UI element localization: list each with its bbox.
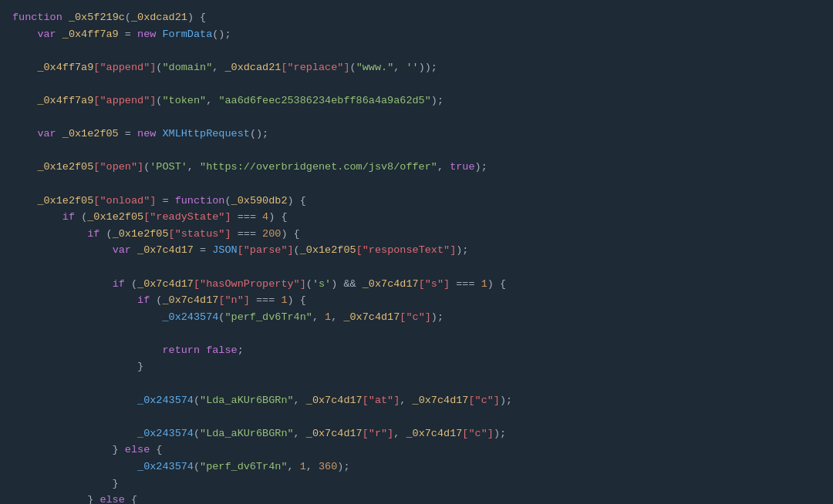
code-block: function _0x5f219c(_0xdcad21) { var _0x4… (0, 6, 833, 504)
code-token: _0x1e2f05 (87, 209, 143, 226)
code-token: === (231, 209, 263, 226)
code-token: 1 (325, 309, 331, 326)
code-token: _0x1e2f05 (300, 242, 356, 259)
code-token: , (187, 159, 200, 176)
code-token: ["append"] (93, 59, 156, 76)
code-token: ); (431, 309, 443, 326)
code-token (12, 392, 137, 409)
code-token: ( (106, 226, 113, 243)
code-token: , (206, 92, 218, 109)
code-token: ); (500, 392, 512, 409)
code-token: _0x1e2f05 (37, 159, 93, 176)
code-line (0, 109, 833, 126)
code-token: JSON (212, 242, 237, 259)
code-line: if (_0x1e2f05["readyState"] === 4) { (0, 209, 833, 226)
code-token: else (125, 442, 157, 459)
code-token: ) && (331, 276, 363, 293)
code-line (0, 42, 833, 59)
code-token: '' (406, 59, 418, 76)
code-token: _0x4ff7a9 (37, 92, 93, 109)
code-line (0, 259, 833, 276)
code-token: "aa6d6feec25386234ebff86a4a9a62d5" (218, 92, 430, 109)
code-token: else (99, 492, 131, 504)
code-token (12, 242, 113, 259)
code-line: _0x243574("Lda_aKUr6BGRn", _0x7c4d17["at… (0, 392, 833, 409)
code-token: return (162, 342, 206, 359)
code-token: _0x7c4d17 (162, 292, 218, 309)
code-token: , (393, 59, 406, 76)
code-line: function _0x5f219c(_0xdcad21) { (0, 9, 833, 26)
code-token: ( (306, 276, 312, 293)
code-token: _0x7c4d17 (306, 425, 363, 442)
code-token: === (450, 276, 481, 293)
code-token: ) { (187, 9, 206, 26)
code-token: ( (156, 59, 162, 76)
code-token (12, 92, 37, 109)
code-token: 'POST' (150, 159, 187, 176)
code-token: var (37, 26, 62, 43)
code-token (12, 342, 162, 359)
code-token: _0x7c4d17 (413, 392, 469, 409)
code-token: , (437, 159, 450, 176)
code-token: ) { (268, 209, 287, 226)
code-token: ( (156, 92, 162, 109)
code-line (0, 408, 833, 425)
code-token: (); (212, 26, 231, 43)
code-token: ["c"] (468, 392, 500, 409)
code-token: "token" (162, 92, 206, 109)
code-line: _0x243574("perf_dv6Tr4n", 1, _0x7c4d17["… (0, 309, 833, 326)
code-token: ["r"] (363, 425, 394, 442)
code-line: _0x4ff7a9["append"]("domain", _0xdcad21[… (0, 59, 833, 76)
code-token: ["readyState"] (143, 209, 231, 226)
code-line (0, 176, 833, 193)
code-line: _0x243574("perf_dv6Tr4n", 1, 360); (0, 459, 833, 475)
code-token: _0x590db2 (231, 193, 288, 210)
code-token: function (12, 9, 69, 26)
code-token: } (12, 475, 119, 492)
code-line: if (_0x7c4d17["n"] === 1) { (0, 292, 833, 309)
code-token: ["responseText"] (356, 242, 457, 259)
code-token: ); (337, 459, 349, 475)
code-line: _0x1e2f05["open"]('POST', "https://overb… (0, 159, 833, 176)
code-token (12, 159, 37, 176)
code-token: _0x4ff7a9 (62, 26, 119, 43)
code-line: } (0, 475, 833, 492)
code-token: , (331, 309, 343, 326)
code-token: , (287, 459, 299, 475)
code-token: _0x4ff7a9 (37, 59, 93, 76)
code-token: _0x5f219c (69, 9, 125, 26)
code-line: _0x4ff7a9["append"]("token", "aa6d6feec2… (0, 92, 833, 109)
code-token: ( (194, 459, 200, 475)
code-token: } (12, 358, 143, 375)
code-token: _0x243574 (137, 425, 194, 442)
code-token: function (175, 193, 225, 210)
code-line: } (0, 358, 833, 375)
code-token: _0xdcad21 (131, 9, 187, 26)
code-token: _0x7c4d17 (363, 276, 419, 293)
code-token: , (400, 392, 412, 409)
code-token: , (294, 425, 306, 442)
code-line (0, 325, 833, 342)
code-token: _0x1e2f05 (37, 193, 93, 210)
code-token: _0x7c4d17 (137, 276, 194, 293)
code-token: { (131, 492, 137, 504)
code-token: 1 (300, 459, 306, 475)
code-token: var (37, 126, 62, 143)
code-token: , (312, 309, 325, 326)
code-token: true (450, 159, 474, 176)
code-token: = (156, 193, 174, 210)
code-token: , (393, 425, 406, 442)
code-token: FormData (162, 26, 212, 43)
code-token: _0xdcad21 (224, 59, 281, 76)
code-token (12, 459, 137, 475)
code-token: "perf_dv6Tr4n" (224, 309, 312, 326)
code-token: ["c"] (400, 309, 431, 326)
code-token: "domain" (162, 59, 212, 76)
code-token: 's' (312, 276, 331, 293)
code-token: } (12, 442, 125, 459)
code-token: if (137, 292, 156, 309)
code-line: if (_0x1e2f05["status"] === 200) { (0, 226, 833, 243)
code-token: _0x7c4d17 (306, 392, 363, 409)
code-line: } else { (0, 442, 833, 459)
code-token: XMLHttpRequest (162, 126, 249, 143)
